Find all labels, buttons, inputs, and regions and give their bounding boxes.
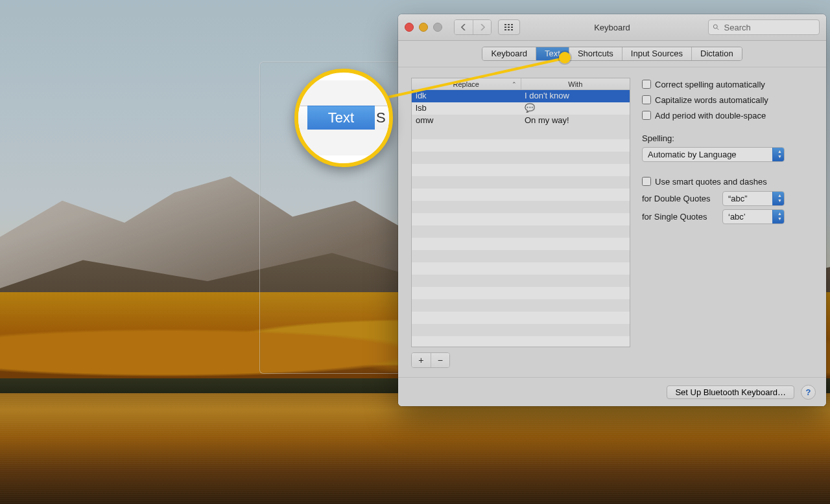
tab-shortcuts[interactable]: Shortcuts bbox=[569, 47, 622, 60]
nav-back-forward bbox=[454, 19, 492, 35]
cell-with: 💬 bbox=[521, 102, 630, 115]
zoom-window-button[interactable] bbox=[433, 23, 442, 32]
checkbox-input[interactable] bbox=[642, 177, 651, 186]
cell-replace: omw bbox=[412, 115, 521, 127]
stepper-arrows-icon: ▲▼ bbox=[777, 149, 782, 159]
window-footer: Set Up Bluetooth Keyboard… ? bbox=[398, 377, 826, 406]
tab-input-sources[interactable]: Input Sources bbox=[622, 47, 691, 60]
search-input[interactable] bbox=[723, 22, 815, 33]
remove-row-button[interactable]: − bbox=[431, 353, 450, 367]
table-filler bbox=[412, 127, 630, 347]
col-with-label: With bbox=[568, 80, 582, 88]
cell-with: I don't know bbox=[521, 90, 630, 102]
replacements-table[interactable]: Replace ⌃ With idk I don't know lsb 💬 bbox=[411, 78, 630, 347]
system-preferences-window: Keyboard Keyboard Text Shortcuts Input S… bbox=[398, 14, 826, 406]
single-quotes-row: for Single Quotes ‘abc’ ▲▼ bbox=[642, 209, 813, 224]
stepper-arrows-icon: ▲▼ bbox=[777, 193, 782, 203]
cell-with: On my way! bbox=[521, 115, 630, 127]
nav-forward-button[interactable] bbox=[473, 20, 491, 34]
table-header: Replace ⌃ With bbox=[412, 78, 630, 90]
double-quotes-select[interactable]: “abc” ▲▼ bbox=[722, 191, 785, 206]
checkbox-input[interactable] bbox=[642, 80, 651, 89]
grid-icon bbox=[504, 24, 514, 30]
single-quotes-label: for Single Quotes bbox=[642, 212, 717, 222]
tabs-row: Keyboard Text Shortcuts Input Sources Di… bbox=[398, 41, 826, 67]
double-quotes-row: for Double Quotes “abc” ▲▼ bbox=[642, 190, 813, 206]
tab-dictation[interactable]: Dictation bbox=[691, 47, 742, 60]
callout-right-fragment: S bbox=[375, 106, 389, 130]
help-button[interactable]: ? bbox=[801, 385, 816, 400]
minimize-window-button[interactable] bbox=[419, 23, 428, 32]
checkbox-label: Add period with double-space bbox=[655, 111, 766, 120]
cell-replace: idk bbox=[412, 90, 521, 102]
tab-segmented-control: Keyboard Text Shortcuts Input Sources Di… bbox=[482, 47, 742, 61]
checkbox-label: Correct spelling automatically bbox=[655, 80, 765, 89]
callout-magnifier: Text S bbox=[294, 69, 393, 167]
correct-spelling-checkbox[interactable]: Correct spelling automatically bbox=[642, 78, 813, 91]
search-icon bbox=[713, 23, 720, 31]
tab-keyboard[interactable]: Keyboard bbox=[482, 47, 536, 60]
add-row-button[interactable]: + bbox=[412, 353, 431, 367]
capitalize-checkbox[interactable]: Capitalize words automatically bbox=[642, 93, 813, 106]
options-panel: Correct spelling automatically Capitaliz… bbox=[642, 78, 813, 368]
select-value: Automatic by Language bbox=[648, 150, 737, 159]
svg-line-1 bbox=[717, 28, 719, 30]
smart-quotes-checkbox[interactable]: Use smart quotes and dashes bbox=[642, 175, 813, 188]
callout-pin-icon bbox=[559, 52, 571, 63]
cell-replace: lsb bbox=[412, 102, 521, 115]
spelling-select[interactable]: Automatic by Language ▲▼ bbox=[642, 147, 785, 162]
double-space-period-checkbox[interactable]: Add period with double-space bbox=[642, 109, 813, 122]
window-controls bbox=[405, 23, 442, 32]
table-body: idk I don't know lsb 💬 omw On my way! bbox=[412, 90, 630, 347]
pane-content: Replace ⌃ With idk I don't know lsb 💬 bbox=[398, 67, 826, 377]
spelling-label: Spelling: bbox=[642, 133, 813, 143]
table-row[interactable]: lsb 💬 bbox=[412, 102, 630, 115]
select-value: “abc” bbox=[728, 194, 748, 203]
stepper-arrows-icon: ▲▼ bbox=[777, 211, 782, 222]
checkbox-input[interactable] bbox=[642, 95, 651, 104]
col-with[interactable]: With bbox=[521, 78, 630, 89]
setup-bluetooth-button[interactable]: Set Up Bluetooth Keyboard… bbox=[667, 385, 794, 399]
double-quotes-label: for Double Quotes bbox=[642, 194, 717, 203]
add-remove-control: + − bbox=[411, 352, 450, 368]
replacements-panel: Replace ⌃ With idk I don't know lsb 💬 bbox=[411, 78, 630, 368]
svg-point-0 bbox=[713, 25, 717, 29]
show-all-prefs-button[interactable] bbox=[498, 19, 520, 35]
window-titlebar: Keyboard bbox=[398, 14, 826, 41]
search-field[interactable] bbox=[708, 19, 820, 35]
table-row[interactable]: idk I don't know bbox=[412, 90, 630, 102]
col-replace-label: Replace bbox=[453, 80, 479, 88]
sort-caret-icon: ⌃ bbox=[512, 81, 517, 87]
select-value: ‘abc’ bbox=[728, 212, 746, 222]
checkbox-input[interactable] bbox=[642, 111, 651, 120]
single-quotes-select[interactable]: ‘abc’ ▲▼ bbox=[722, 209, 785, 224]
callout-text-tab: Text bbox=[307, 106, 375, 130]
close-window-button[interactable] bbox=[405, 23, 414, 32]
checkbox-label: Capitalize words automatically bbox=[655, 95, 768, 105]
col-replace[interactable]: Replace ⌃ bbox=[412, 78, 521, 89]
checkbox-label: Use smart quotes and dashes bbox=[655, 177, 767, 187]
nav-back-button[interactable] bbox=[455, 20, 473, 34]
table-row[interactable]: omw On my way! bbox=[412, 115, 630, 127]
